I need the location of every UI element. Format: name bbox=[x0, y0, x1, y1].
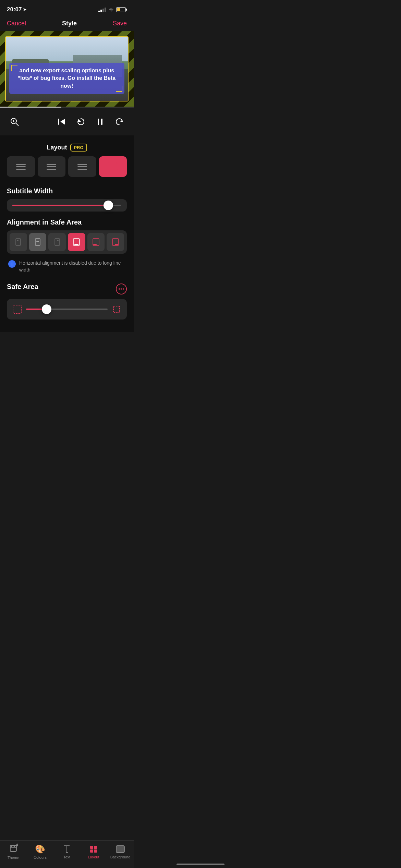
slider-fill-width bbox=[12, 205, 108, 206]
video-preview: and new export scaling options plus *lot… bbox=[0, 31, 134, 107]
rotate-button[interactable] bbox=[112, 114, 127, 129]
svg-rect-7 bbox=[98, 119, 99, 125]
svg-rect-11 bbox=[110, 165, 116, 166]
video-frame: and new export scaling options plus *lot… bbox=[5, 36, 129, 101]
location-icon: ➤ bbox=[23, 7, 26, 12]
signal-bar-4 bbox=[105, 8, 106, 12]
safe-area-label: Safe Area bbox=[7, 283, 38, 291]
info-box: i Horizontal alignment is disabled due t… bbox=[7, 257, 127, 276]
skip-back-button[interactable] bbox=[54, 114, 69, 129]
align-bottom-left-button[interactable] bbox=[87, 233, 105, 251]
alignment-buttons bbox=[7, 230, 127, 254]
svg-rect-8 bbox=[101, 119, 102, 125]
svg-rect-16 bbox=[36, 241, 39, 242]
svg-rect-20 bbox=[74, 244, 78, 245]
slider-thumb-width[interactable] bbox=[104, 201, 113, 210]
layout-header: Layout PRO bbox=[0, 139, 134, 155]
safe-area-min-icon bbox=[12, 304, 22, 314]
nav-bar: Cancel Style Save bbox=[0, 17, 134, 31]
subtitle-box: and new export scaling options plus *lot… bbox=[9, 63, 124, 94]
signal-bar-1 bbox=[98, 11, 100, 12]
wifi-icon bbox=[108, 7, 114, 13]
align-center-button[interactable] bbox=[29, 233, 47, 251]
more-icon: ••• bbox=[118, 286, 124, 292]
svg-rect-4 bbox=[58, 119, 59, 125]
svg-rect-22 bbox=[93, 244, 97, 245]
svg-marker-6 bbox=[78, 119, 81, 122]
layout-option-4[interactable] bbox=[99, 156, 127, 177]
signal-bar-2 bbox=[100, 10, 102, 12]
svg-rect-12 bbox=[110, 167, 116, 168]
corner-tl bbox=[11, 65, 17, 71]
replay-button[interactable] bbox=[73, 114, 88, 129]
subtitle-width-section: Subtitle Width Alignment in Safe Area bbox=[0, 182, 134, 332]
safe-area-slider[interactable] bbox=[7, 299, 127, 320]
safe-area-more-button[interactable]: ••• bbox=[116, 284, 127, 294]
alignment-label: Alignment in Safe Area bbox=[7, 218, 127, 226]
layout-title: Layout bbox=[47, 144, 67, 151]
svg-rect-17 bbox=[55, 239, 60, 245]
svg-line-1 bbox=[16, 123, 19, 126]
save-button[interactable]: Save bbox=[113, 20, 127, 27]
svg-marker-5 bbox=[60, 119, 65, 125]
cancel-button[interactable]: Cancel bbox=[7, 20, 26, 27]
svg-rect-18 bbox=[57, 240, 59, 241]
subtitle-text: and new export scaling options plus *lot… bbox=[18, 68, 116, 89]
safe-area-max-icon bbox=[112, 304, 121, 314]
svg-rect-13 bbox=[16, 239, 21, 245]
status-time: 20:07 ➤ bbox=[7, 6, 26, 13]
signal-bar-3 bbox=[102, 9, 104, 12]
battery-icon bbox=[116, 7, 127, 12]
pause-button[interactable] bbox=[93, 114, 108, 129]
pro-badge: PRO bbox=[70, 144, 87, 152]
svg-rect-25 bbox=[13, 305, 21, 313]
corner-br bbox=[116, 86, 122, 92]
page-title: Style bbox=[62, 20, 77, 27]
svg-rect-26 bbox=[113, 306, 120, 312]
info-text: Horizontal alignment is disabled due to … bbox=[19, 260, 125, 273]
subtitle-width-slider[interactable] bbox=[7, 199, 127, 212]
svg-rect-14 bbox=[17, 240, 19, 241]
align-bottom-center-button[interactable] bbox=[68, 233, 85, 251]
safe-area-track[interactable] bbox=[26, 309, 108, 310]
info-icon: i bbox=[8, 260, 16, 268]
align-bottom-right-button[interactable] bbox=[107, 233, 124, 251]
status-icons bbox=[98, 7, 127, 13]
layout-option-3[interactable] bbox=[68, 156, 96, 177]
layout-icons-row bbox=[0, 155, 134, 182]
svg-rect-10 bbox=[108, 163, 117, 170]
svg-rect-24 bbox=[115, 244, 118, 245]
status-bar: 20:07 ➤ bbox=[0, 0, 134, 17]
zoom-button[interactable] bbox=[7, 114, 22, 129]
align-right-button[interactable] bbox=[48, 233, 66, 251]
align-left-button[interactable] bbox=[10, 233, 27, 251]
playback-controls bbox=[0, 108, 134, 135]
safe-area-thumb[interactable] bbox=[42, 304, 51, 314]
safe-area-header: Safe Area ••• bbox=[7, 283, 127, 295]
time-display: 20:07 bbox=[7, 6, 22, 13]
svg-marker-9 bbox=[120, 120, 122, 122]
layout-option-2[interactable] bbox=[38, 156, 66, 177]
layout-option-1[interactable] bbox=[7, 156, 35, 177]
subtitle-width-label: Subtitle Width bbox=[7, 187, 127, 195]
signal-icon bbox=[98, 7, 106, 12]
